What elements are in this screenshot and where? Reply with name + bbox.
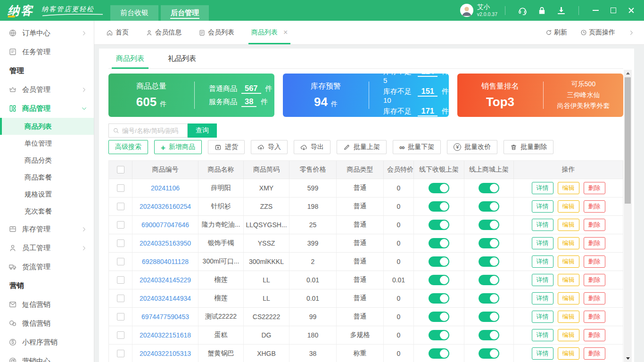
- edit-button[interactable]: 编辑: [558, 329, 579, 341]
- edit-button[interactable]: 编辑: [558, 255, 579, 268]
- lock-icon[interactable]: [537, 6, 547, 16]
- online-toggle[interactable]: [479, 293, 499, 304]
- sidebar-item[interactable]: 员工管理: [0, 239, 94, 257]
- edit-button[interactable]: 编辑: [558, 182, 579, 194]
- row-checkbox[interactable]: [117, 239, 124, 247]
- breadcrumb-tab[interactable]: 商品列表 ×: [251, 21, 288, 44]
- row-checkbox[interactable]: [117, 295, 124, 302]
- avatar[interactable]: [460, 4, 473, 17]
- offline-toggle[interactable]: [429, 330, 449, 340]
- headset-icon[interactable]: [518, 6, 528, 16]
- row-checkbox[interactable]: [117, 221, 124, 229]
- toolbar-button[interactable]: ∞ 批量下架: [393, 140, 441, 154]
- offline-toggle[interactable]: [429, 220, 449, 230]
- delete-button[interactable]: 删除: [584, 255, 605, 268]
- toolbar-button[interactable]: 导出: [294, 140, 330, 154]
- edit-button[interactable]: 编辑: [558, 292, 579, 304]
- edit-button[interactable]: 编辑: [558, 274, 579, 286]
- maximize-button[interactable]: [604, 3, 622, 17]
- edit-button[interactable]: 编辑: [558, 200, 579, 213]
- sidebar-subitem[interactable]: 规格设置: [0, 186, 94, 203]
- product-code-link[interactable]: 20240322151618: [140, 331, 191, 339]
- content-tab[interactable]: 商品列表: [116, 49, 144, 68]
- toolbar-button[interactable]: 高级搜索: [108, 140, 148, 154]
- detail-button[interactable]: 详情: [532, 274, 553, 286]
- offline-toggle[interactable]: [429, 312, 449, 322]
- sidebar-item[interactable]: 订单中心: [0, 24, 94, 42]
- delete-button[interactable]: 删除: [584, 311, 605, 323]
- online-toggle[interactable]: [479, 275, 499, 285]
- row-checkbox[interactable]: [117, 258, 124, 265]
- detail-button[interactable]: 详情: [532, 200, 553, 213]
- product-code-link[interactable]: 20240324144934: [140, 295, 191, 302]
- product-code-link[interactable]: 20241106: [151, 184, 180, 192]
- detail-button[interactable]: 详情: [532, 182, 553, 194]
- toolbar-button[interactable]: 进货: [208, 140, 245, 154]
- delete-button[interactable]: 删除: [584, 200, 605, 213]
- sidebar-item[interactable]: 短信营销: [0, 295, 94, 314]
- sidebar-item[interactable]: 商品管理: [0, 99, 94, 118]
- query-button[interactable]: 查询: [188, 123, 217, 138]
- refresh-button[interactable]: 刷新: [545, 28, 567, 37]
- scroll-up-button[interactable]: [624, 70, 632, 77]
- offline-toggle[interactable]: [429, 183, 449, 193]
- online-toggle[interactable]: [479, 256, 499, 267]
- offline-toggle[interactable]: [429, 293, 449, 304]
- delete-button[interactable]: 删除: [584, 347, 605, 360]
- detail-button[interactable]: 详情: [532, 237, 553, 249]
- download-icon[interactable]: [556, 6, 566, 16]
- online-toggle[interactable]: [479, 220, 499, 230]
- scrollbar-thumb[interactable]: [625, 77, 631, 204]
- online-toggle[interactable]: [479, 201, 499, 212]
- breadcrumb-tab[interactable]: 会员信息: [146, 21, 182, 44]
- detail-button[interactable]: 详情: [532, 329, 553, 341]
- row-checkbox[interactable]: [117, 313, 124, 321]
- product-code-link[interactable]: 6974477590453: [141, 313, 189, 321]
- topnav-tab[interactable]: 后台管理: [161, 5, 209, 21]
- detail-button[interactable]: 详情: [532, 311, 553, 323]
- toolbar-button[interactable]: ¥ 批量改价: [447, 140, 497, 154]
- delete-button[interactable]: 删除: [584, 182, 605, 194]
- sidebar-item[interactable]: 微信营销: [0, 314, 94, 333]
- breadcrumb-tab[interactable]: 首页: [106, 21, 129, 44]
- sidebar-subitem[interactable]: 商品分类: [0, 152, 94, 169]
- search-input[interactable]: [122, 127, 183, 134]
- offline-toggle[interactable]: [429, 256, 449, 267]
- topnav-tab[interactable]: 前台收银: [110, 5, 158, 21]
- content-tab[interactable]: 礼品列表: [168, 49, 196, 68]
- sidebar-item[interactable]: 任务管理: [0, 42, 94, 61]
- row-checkbox[interactable]: [117, 350, 124, 357]
- toolbar-button[interactable]: 导入: [251, 140, 288, 154]
- edit-button[interactable]: 编辑: [558, 311, 579, 323]
- close-tab-icon[interactable]: ×: [283, 29, 288, 36]
- scroll-down-button[interactable]: [624, 355, 632, 362]
- chevron-right-icon[interactable]: [628, 30, 635, 36]
- detail-button[interactable]: 详情: [532, 255, 553, 268]
- sidebar-subitem[interactable]: 商品套餐: [0, 169, 94, 186]
- user-block[interactable]: 艾小 v2.0.0.37: [477, 3, 497, 17]
- delete-button[interactable]: 删除: [584, 274, 605, 286]
- online-toggle[interactable]: [479, 183, 499, 193]
- minimize-button[interactable]: [586, 3, 604, 17]
- product-code-link[interactable]: 20240324145229: [140, 276, 191, 284]
- online-toggle[interactable]: [479, 348, 499, 359]
- product-code-link[interactable]: 20240322105313: [140, 350, 191, 357]
- product-code-link[interactable]: 20240325163950: [140, 239, 191, 247]
- edit-button[interactable]: 编辑: [558, 219, 579, 231]
- row-checkbox[interactable]: [117, 331, 124, 339]
- toolbar-button[interactable]: 批量删除: [504, 140, 553, 154]
- sidebar-item[interactable]: 会员管理: [0, 80, 94, 99]
- row-checkbox[interactable]: [117, 203, 124, 210]
- offline-toggle[interactable]: [429, 348, 449, 359]
- delete-button[interactable]: 删除: [584, 237, 605, 249]
- toolbar-button[interactable]: 批量上架: [337, 140, 387, 154]
- sidebar-item[interactable]: 库存管理: [0, 220, 94, 239]
- breadcrumb-tab[interactable]: 会员列表: [198, 21, 234, 44]
- product-code-link[interactable]: 6928804011128: [142, 258, 189, 265]
- sidebar-subitem[interactable]: 商品列表: [0, 118, 94, 135]
- product-code-link[interactable]: 6900077047646: [141, 221, 189, 229]
- detail-button[interactable]: 详情: [532, 347, 553, 360]
- row-checkbox[interactable]: [117, 276, 124, 284]
- sidebar-item[interactable]: 营销中心: [0, 352, 94, 362]
- product-code-link[interactable]: 20240326160254: [140, 203, 191, 210]
